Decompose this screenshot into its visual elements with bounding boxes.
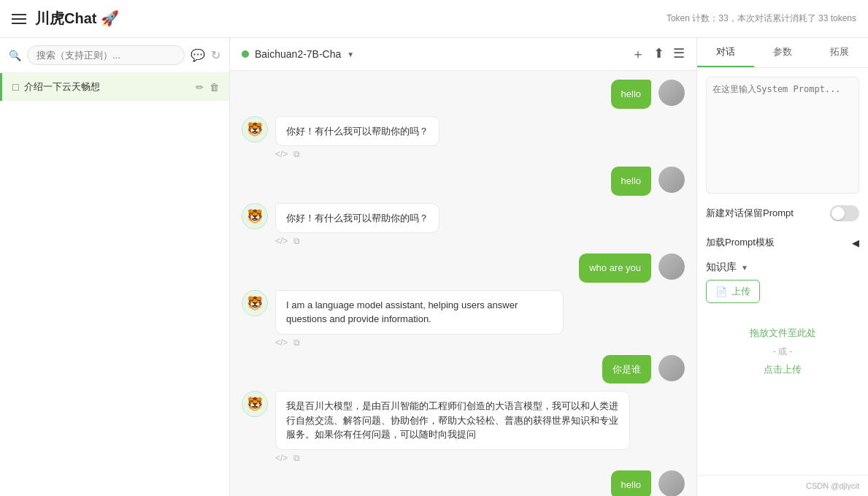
search-actions: 💬 ↻ [191,48,220,62]
chat-item-icon: □ [12,81,18,93]
right-panel: 对话 参数 拓展 新建对话保留Prompt 加载Prompt模板 ◀ 知识库 ▼ [696,38,868,496]
chat-area: Baichuan2-7B-Cha ▼ ＋ ⬆ ☰ hello 🐯 [230,38,696,496]
load-prompt-arrow: ◀ [852,237,859,248]
copy-icon[interactable]: ⧉ [293,149,300,159]
upload-button[interactable]: 📄 上传 [706,280,760,303]
right-panel-content: 新建对话保留Prompt 加载Prompt模板 ◀ 知识库 ▼ 📄 上传 [697,68,868,475]
chat-header: Baichuan2-7B-Cha ▼ ＋ ⬆ ☰ [230,38,696,71]
model-status-dot [242,50,249,58]
bot-bubble: I am a language model assistant, helping… [275,290,564,335]
table-row: hello [242,470,685,497]
delete-icon[interactable]: 🗑 [210,82,219,93]
user-bubble: hello [611,80,651,109]
upload-label: 上传 [731,285,750,298]
user-bubble: 你是谁 [602,355,651,384]
search-icon: 🔍 [9,50,21,61]
chat-header-actions: ＋ ⬆ ☰ [631,45,685,63]
chat-icon[interactable]: 💬 [191,48,205,62]
knowledge-section: 知识库 ▼ 📄 上传 拖放文件至此处 - 或 - 点击上传 [706,261,859,394]
token-info: Token 计数：33，本次对话累计消耗了 33 tokens [667,12,856,25]
right-tabs: 对话 参数 拓展 [697,38,868,68]
drop-zone[interactable]: 拖放文件至此处 - 或 - 点击上传 [706,309,859,394]
bot-bubble: 我是百川大模型，是由百川智能的工程师们创造的大语言模型，我可以和人类进行自然交流… [275,391,630,450]
csdn-credit: CSDN @djlycit [697,475,868,496]
table-row: hello [242,80,685,109]
preserve-prompt-label: 新建对话保留Prompt [706,207,794,220]
app-title: 川虎Chat 🚀 [35,9,119,28]
message-actions: </> ⧉ [275,149,439,159]
main-layout: 🔍 💬 ↻ □ 介绍一下云天畅想 ✏ 🗑 Baichuan2-7B-Cha ▼ … [0,38,868,496]
knowledge-title: 知识库 ▼ [706,261,859,274]
upload-icon: 📄 [715,286,727,297]
preserve-prompt-toggle[interactable] [830,205,859,221]
table-row: 🐯 I am a language model assistant, helpi… [242,290,685,348]
system-prompt-input[interactable] [706,77,859,194]
model-name[interactable]: Baichuan2-7B-Cha [255,48,341,60]
tab-params[interactable]: 参数 [754,38,811,67]
refresh-icon[interactable]: ↻ [211,48,220,62]
knowledge-arrow[interactable]: ▼ [741,264,748,272]
message-actions: </> ⧉ [275,236,439,246]
table-row: 🐯 我是百川大模型，是由百川智能的工程师们创造的大语言模型，我可以和人类进行自然… [242,391,685,463]
avatar [658,80,685,106]
avatar [658,167,685,193]
sidebar: 🔍 💬 ↻ □ 介绍一下云天畅想 ✏ 🗑 [0,38,230,496]
copy-icon[interactable]: ⧉ [293,453,300,463]
code-icon[interactable]: </> [275,236,288,246]
avatar: 🐯 [242,391,268,417]
avatar: 🐯 [242,203,268,229]
avatar: 🐯 [242,290,268,316]
tab-extend[interactable]: 拓展 [811,38,868,67]
model-dropdown-icon[interactable]: ▼ [347,50,354,58]
click-upload-text[interactable]: 点击上传 [706,360,859,379]
message-actions: </> ⧉ [275,337,564,348]
menu-button[interactable] [12,14,26,24]
settings-icon[interactable]: ☰ [673,45,685,63]
load-prompt-label: 加载Prompt模板 [706,236,775,249]
tab-dialog[interactable]: 对话 [697,38,754,67]
bot-bubble: 你好！有什么我可以帮助你的吗？ [275,203,439,234]
sidebar-item-actions: ✏ 🗑 [196,82,219,93]
app-header: 川虎Chat 🚀 Token 计数：33，本次对话累计消耗了 33 tokens [0,0,868,38]
table-row: 🐯 你好！有什么我可以帮助你的吗？ </> ⧉ [242,203,685,247]
export-icon[interactable]: ⬆ [653,45,664,63]
search-input[interactable] [27,45,185,65]
chat-messages: hello 🐯 你好！有什么我可以帮助你的吗？ </> ⧉ [230,71,696,496]
edit-icon[interactable]: ✏ [196,82,204,93]
search-bar: 🔍 💬 ↻ [0,38,229,73]
message-actions: </> ⧉ [275,453,630,463]
preserve-prompt-setting: 新建对话保留Prompt [706,202,859,224]
load-prompt-button[interactable]: 加载Prompt模板 ◀ [706,233,859,252]
drop-zone-text: 拖放文件至此处 [706,324,859,343]
avatar [658,253,685,280]
code-icon[interactable]: </> [275,149,288,159]
user-bubble: hello [611,167,651,196]
avatar [658,470,685,497]
copy-icon[interactable]: ⧉ [293,337,300,348]
sidebar-item[interactable]: □ 介绍一下云天畅想 ✏ 🗑 [0,73,229,101]
or-text: - 或 - [706,343,859,360]
table-row: 🐯 你好！有什么我可以帮助你的吗？ </> ⧉ [242,116,685,160]
sidebar-item-label: 介绍一下云天畅想 [24,80,190,94]
table-row: 你是谁 [242,355,685,384]
code-icon[interactable]: </> [275,337,288,348]
table-row: hello [242,167,685,196]
copy-icon[interactable]: ⧉ [293,236,300,246]
avatar: 🐯 [242,116,268,142]
user-bubble: who are you [579,253,651,283]
code-icon[interactable]: </> [275,453,288,463]
user-bubble: hello [611,470,651,497]
add-chat-icon[interactable]: ＋ [631,45,645,63]
table-row: who are you [242,253,685,283]
bot-bubble: 你好！有什么我可以帮助你的吗？ [275,116,439,147]
avatar [658,355,685,381]
